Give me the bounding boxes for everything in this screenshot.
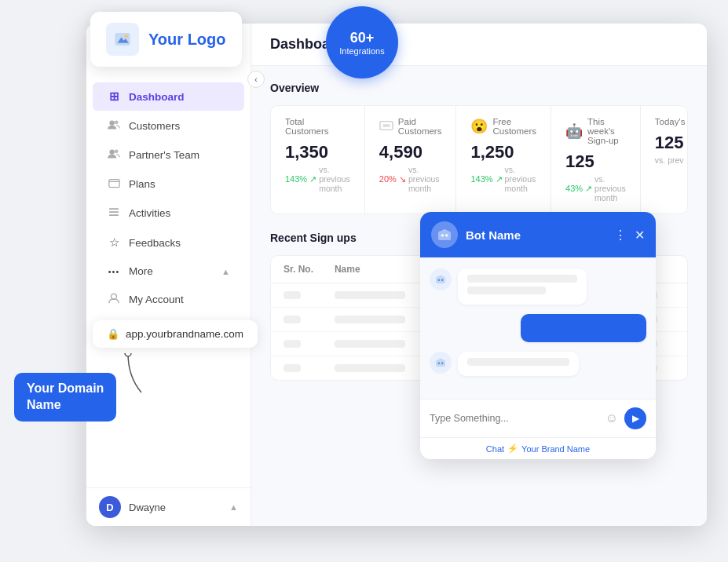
svg-point-4: [115, 120, 119, 124]
cell-name: [335, 364, 423, 372]
chat-message-sent: [430, 314, 646, 342]
stat-free-customers: 😮 Free Customers 1,250 143% ↗ vs. previo…: [456, 106, 551, 213]
chat-brand-name: Your Brand Name: [521, 444, 590, 454]
partners-icon: [107, 148, 121, 162]
svg-point-28: [441, 363, 444, 365]
svg-point-6: [115, 149, 119, 153]
integrations-badge: 60+ Integrations: [326, 6, 398, 78]
svg-rect-17: [438, 232, 451, 241]
stat-paid-customers: Paid Customers 4,590 20% ↘ vs. previous …: [365, 106, 457, 213]
chat-message-received: [430, 268, 646, 305]
sidebar-item-customers[interactable]: Customers: [93, 112, 244, 140]
lock-icon: 🔒: [107, 328, 119, 340]
sidebar-item-activities[interactable]: Activities: [93, 199, 244, 227]
svg-rect-25: [436, 360, 445, 367]
sidebar-item-dashboard[interactable]: ⊞ Dashboard: [93, 82, 244, 111]
dashboard-icon: ⊞: [107, 89, 121, 104]
integrations-count: 60+: [350, 30, 375, 46]
stats-row: Total Customers 1,350 143% ↗ vs. previou…: [270, 105, 688, 214]
footer-arrow-icon: ▲: [229, 502, 238, 512]
stat-value: 125: [655, 133, 686, 153]
up-arrow-icon: ↗: [585, 184, 592, 194]
stat-label: Paid Customers: [379, 117, 442, 136]
chat-message-received-2: [430, 352, 646, 376]
svg-rect-9: [109, 208, 119, 210]
stat-change: 143% ↗ vs. previous month: [470, 165, 536, 193]
sidebar-item-label: My Account: [129, 294, 184, 305]
sidebar-item-my-account[interactable]: My Account: [93, 286, 244, 313]
stat-value: 1,250: [470, 142, 536, 162]
connector-line: [122, 353, 153, 400]
close-icon[interactable]: ✕: [635, 228, 645, 243]
signup-icon: 🤖: [565, 122, 583, 140]
cell-name: [335, 316, 423, 323]
customers-icon: [107, 119, 121, 133]
stat-label: Today's: [655, 117, 686, 126]
paid-icon: [379, 120, 393, 133]
stat-change: 20% ↘ vs. previous month: [379, 165, 442, 193]
stat-label: 😮 Free Customers: [470, 117, 536, 136]
feedbacks-icon: ☆: [107, 235, 121, 250]
overview-title: Overview: [270, 82, 688, 94]
emoji-icon[interactable]: ☺: [605, 411, 618, 425]
svg-point-3: [109, 120, 114, 125]
sidebar-footer: D Dwayne ▲: [86, 487, 251, 526]
more-options-icon[interactable]: ⋮: [614, 228, 627, 243]
stat-value: 125: [565, 151, 626, 172]
lightning-icon: ⚡: [507, 443, 518, 454]
send-icon: ▶: [632, 413, 639, 424]
svg-rect-15: [382, 124, 390, 127]
sidebar-item-label: Dashboard: [129, 91, 185, 103]
bot-msg-avatar-2: [430, 352, 452, 374]
chevron-left-icon: ‹: [254, 75, 257, 84]
plans-icon: [107, 177, 121, 191]
sidebar-nav: ⊞ Dashboard Customers Partner's Team Pl: [86, 75, 251, 487]
svg-point-5: [109, 149, 114, 154]
svg-rect-7: [108, 180, 119, 188]
sidebar-item-plans[interactable]: Plans: [93, 170, 244, 198]
sidebar-item-more[interactable]: ••• More ▲: [93, 258, 244, 284]
bot-msg-avatar: [430, 268, 452, 290]
stat-value: 1,350: [285, 142, 350, 162]
sidebar-item-label: Plans: [129, 178, 155, 190]
account-icon: [107, 293, 121, 306]
svg-point-2: [125, 35, 128, 38]
svg-point-20: [445, 234, 448, 237]
down-arrow-icon: ↘: [399, 174, 406, 184]
col-name: Name: [335, 264, 423, 275]
send-button[interactable]: ▶: [624, 407, 646, 429]
svg-point-19: [441, 234, 444, 237]
stat-change: 143% ↗ vs. previous month: [285, 165, 350, 193]
svg-point-27: [438, 363, 441, 365]
activities-icon: [107, 206, 121, 220]
stat-label: 🤖 This week's Sign-up: [565, 117, 626, 145]
sidebar-item-label: More: [129, 265, 153, 277]
domain-url: app.yourbrandname.com: [126, 328, 243, 340]
chat-input[interactable]: [430, 413, 599, 424]
sidebar-item-partners[interactable]: Partner's Team: [93, 141, 244, 169]
svg-rect-21: [436, 277, 445, 284]
stat-weekly-signup: 🤖 This week's Sign-up 125 43% ↗ vs. prev…: [551, 106, 641, 213]
up-arrow-icon: ↗: [309, 174, 316, 184]
domain-card: 🔒 app.yourbrandname.com: [93, 320, 258, 348]
logo-text: Your Logo: [148, 31, 226, 49]
cell-sr: [284, 364, 319, 372]
main-header: Dashboard: [251, 24, 707, 66]
more-arrow-icon: ▲: [221, 267, 230, 276]
domain-name-label: Your Domain Name: [14, 373, 116, 422]
stat-change: 43% ↗ vs. previous month: [565, 174, 626, 203]
chat-bubble-received-2: [458, 352, 579, 376]
svg-point-16: [125, 353, 131, 356]
svg-rect-11: [109, 214, 119, 216]
more-icon: •••: [107, 267, 121, 276]
chat-header: Bot Name ⋮ ✕: [420, 212, 656, 257]
up-arrow-icon: ↗: [496, 174, 503, 184]
sidebar-item-label: Partner's Team: [129, 149, 199, 161]
svg-point-23: [438, 279, 441, 282]
free-icon: 😮: [470, 118, 488, 135]
svg-marker-26: [437, 359, 444, 360]
cell-sr: [284, 291, 319, 299]
sidebar-toggle[interactable]: ‹: [247, 71, 265, 88]
chat-input-row: ☺ ▶: [420, 399, 656, 437]
sidebar-item-feedbacks[interactable]: ☆ Feedbacks: [93, 228, 244, 257]
